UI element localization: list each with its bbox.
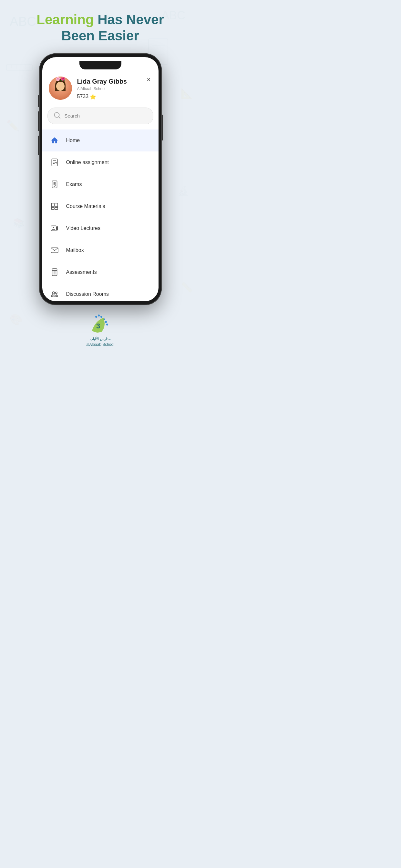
volume-up-button <box>38 112 39 131</box>
svg-rect-38 <box>52 269 57 276</box>
profile-points: 5733 ⭐ <box>77 94 152 100</box>
close-button[interactable]: × <box>144 75 153 84</box>
svg-text:🔬: 🔬 <box>178 185 189 196</box>
svg-line-49 <box>53 294 54 295</box>
menu-label-mailbox: Mailbox <box>66 247 84 253</box>
screen-content[interactable]: 🌸🌺 Lida Gray Gibbs AlAlbaab School 5733 … <box>42 57 158 301</box>
logo-svg: 3 <box>87 313 113 336</box>
svg-rect-31 <box>51 207 54 210</box>
search-icon <box>53 111 61 121</box>
menu-label-online-assignment: Online assignment <box>66 159 109 165</box>
profile-name: Lida Gray Gibbs <box>77 78 152 85</box>
svg-text:📚: 📚 <box>13 218 24 228</box>
menu-label-exams: Exams <box>66 182 82 187</box>
svg-rect-30 <box>55 203 58 207</box>
menu-item-assessments[interactable]: Assessments <box>42 261 158 283</box>
video-lectures-icon <box>49 222 60 234</box>
menu-label-discussion-rooms: Discussion Rooms <box>66 291 109 297</box>
svg-point-45 <box>51 295 53 297</box>
search-bar[interactable] <box>48 107 153 124</box>
svg-marker-34 <box>56 226 58 230</box>
profile-header: 🌸🌺 Lida Gray Gibbs AlAlbaab School 5733 … <box>42 70 158 105</box>
svg-point-74 <box>100 316 102 318</box>
phone-screen: 🌸🌺 Lida Gray Gibbs AlAlbaab School 5733 … <box>42 57 158 301</box>
menu-item-video-lectures[interactable]: Video Lectures <box>42 217 158 239</box>
svg-point-17 <box>54 113 59 117</box>
menu-label-video-lectures: Video Lectures <box>66 225 100 231</box>
search-input[interactable] <box>65 113 148 119</box>
menu-list: Home <box>42 129 158 301</box>
svg-rect-12 <box>6 65 32 70</box>
svg-line-48 <box>52 294 53 295</box>
menu-label-course-materials: Course Materials <box>66 204 105 209</box>
exams-icon <box>49 179 60 190</box>
avatar: 🌸🌺 <box>49 76 72 100</box>
power-button <box>162 115 163 141</box>
assessments-icon <box>49 267 60 278</box>
mailbox-icon <box>49 244 60 256</box>
svg-rect-32 <box>55 207 58 210</box>
svg-text:🎨: 🎨 <box>10 313 23 326</box>
bottom-logo: 3 مدارس الألباب alAlbaab School <box>86 313 114 347</box>
logo-english-text: alAlbaab School <box>86 342 114 347</box>
menu-item-course-materials[interactable]: Course Materials <box>42 195 158 217</box>
svg-point-35 <box>53 227 54 228</box>
profile-info: Lida Gray Gibbs AlAlbaab School 5733 ⭐ <box>77 76 152 100</box>
svg-rect-25 <box>52 181 57 188</box>
svg-text:✏️: ✏️ <box>6 120 19 132</box>
svg-point-72 <box>95 316 97 318</box>
svg-point-46 <box>54 295 55 297</box>
course-materials-icon <box>49 200 60 212</box>
menu-item-home[interactable]: Home <box>42 129 158 151</box>
menu-label-home: Home <box>66 137 80 144</box>
svg-point-47 <box>56 295 58 297</box>
svg-text:3: 3 <box>96 322 100 330</box>
svg-rect-29 <box>51 203 54 207</box>
home-icon <box>49 135 60 146</box>
svg-point-44 <box>55 292 57 293</box>
svg-text:📏: 📏 <box>181 282 193 293</box>
menu-item-discussion-rooms[interactable]: Discussion Rooms <box>42 283 158 301</box>
svg-rect-19 <box>52 159 57 166</box>
phone-mockup: 🌸🌺 Lida Gray Gibbs AlAlbaab School 5733 … <box>39 53 162 305</box>
svg-rect-33 <box>51 226 56 230</box>
discussion-rooms-icon <box>49 288 60 300</box>
online-assignment-icon <box>49 157 60 168</box>
volume-mute-button <box>38 95 39 107</box>
menu-item-online-assignment[interactable]: Online assignment <box>42 151 158 174</box>
profile-school: AlAlbaab School <box>77 87 152 91</box>
avatar-flowers: 🌸🌺 <box>56 76 65 81</box>
logo-arabic-text: مدارس الألباب <box>90 337 111 341</box>
svg-point-73 <box>98 314 100 316</box>
phone-notch <box>80 61 121 69</box>
star-icon: ⭐ <box>90 94 96 100</box>
svg-text:📐: 📐 <box>181 88 193 99</box>
svg-point-76 <box>105 321 107 323</box>
menu-item-mailbox[interactable]: Mailbox <box>42 239 158 261</box>
svg-line-18 <box>58 117 60 119</box>
menu-label-assessments: Assessments <box>66 269 97 275</box>
hero-section: Learning Has NeverBeen Easier <box>30 11 171 44</box>
svg-point-77 <box>106 323 108 326</box>
volume-down-button <box>38 135 39 155</box>
svg-point-43 <box>52 291 55 294</box>
hero-highlight: Learning <box>36 12 94 27</box>
phone-shell: 🌸🌺 Lida Gray Gibbs AlAlbaab School 5733 … <box>39 53 162 305</box>
menu-item-exams[interactable]: Exams <box>42 174 158 195</box>
svg-line-50 <box>56 293 57 295</box>
